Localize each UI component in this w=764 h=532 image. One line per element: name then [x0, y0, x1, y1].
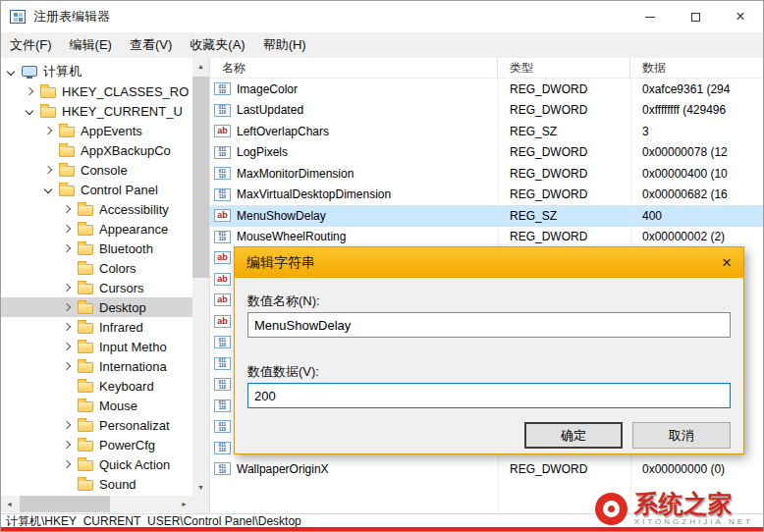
chevron-right-icon[interactable] [63, 343, 71, 350]
dialog-close-icon[interactable]: × [722, 254, 732, 271]
chevron-placeholder [45, 147, 51, 153]
watermark-subtitle: XITONGZHIJIA.NET [634, 518, 753, 526]
tree-item-quick-action[interactable]: Quick Action [1, 454, 192, 474]
chevron-right-icon[interactable] [63, 205, 71, 213]
minimize-button[interactable] [628, 1, 673, 32]
column-header-data[interactable]: 数据 [630, 58, 763, 78]
tree-item-label: Mouse [99, 399, 137, 413]
folder-icon [78, 225, 93, 236]
tree-item-powercfg[interactable]: PowerCfg [1, 435, 192, 454]
tree-item-infrared[interactable]: Infrared [1, 317, 192, 337]
tree-item-hkey-current-u[interactable]: HKEY_CURRENT_U [1, 101, 192, 121]
chevron-right-icon[interactable] [63, 225, 71, 233]
scroll-right-icon[interactable]: ► [176, 501, 192, 507]
registry-app-icon [10, 10, 26, 24]
chevron-right-icon[interactable] [63, 244, 71, 252]
tree-item-appearance[interactable]: Appearance [1, 219, 192, 239]
tree-item-internationa[interactable]: Internationa [1, 356, 192, 376]
scroll-left-icon[interactable]: ◄ [1, 501, 18, 507]
vertical-scroll-track[interactable] [192, 75, 209, 479]
chevron-right-icon[interactable] [44, 127, 52, 134]
chevron-right-icon[interactable] [63, 303, 71, 311]
chevron-down-icon[interactable] [26, 107, 33, 115]
vertical-scroll-thumb[interactable] [192, 77, 209, 278]
tree-item-cursors[interactable]: Cursors [1, 278, 192, 297]
value-data-input[interactable] [247, 383, 731, 408]
tree-item-colors[interactable]: Colors [1, 258, 192, 278]
tree-item-bluetooth[interactable]: Bluetooth [1, 239, 192, 258]
value-name: MaxMonitorDimension [237, 167, 354, 181]
chevron-right-icon[interactable] [63, 421, 71, 429]
tree-item-input-metho[interactable]: Input Metho [1, 337, 192, 356]
value-row-menushowdelay[interactable]: MenuShowDelayREG_SZ400 [210, 205, 763, 227]
folder-icon [59, 127, 75, 137]
chevron-right-icon[interactable] [63, 323, 71, 331]
tree-item-item[interactable]: 计算机 [1, 62, 192, 81]
value-name-label: 数值名称(N): [247, 293, 320, 310]
reg-dword-icon [214, 336, 231, 348]
value-row-logpixels[interactable]: LogPixelsREG_DWORD0x00000078 (12 [210, 142, 763, 164]
folder-icon [40, 87, 56, 98]
maximize-icon [691, 13, 700, 22]
cancel-button[interactable]: 取消 [632, 422, 731, 449]
value-row-maxvirtualdesktopdimension[interactable]: MaxVirtualDesktopDimensionREG_DWORD0x000… [210, 185, 763, 206]
horizontal-scroll-track[interactable] [18, 496, 176, 512]
column-header-type[interactable]: 类型 [498, 58, 630, 78]
value-name: MenuShowDelay [237, 209, 326, 223]
tree-item-sound[interactable]: Sound [1, 474, 192, 494]
value-row-wallpaperoriginx[interactable]: WallpaperOriginXREG_DWORD0x00000000 (0) [210, 458, 763, 480]
chevron-placeholder [64, 481, 70, 487]
value-name-cell: WallpaperOriginX [210, 462, 498, 476]
value-name-input[interactable] [247, 312, 731, 338]
chevron-down-icon[interactable] [44, 186, 52, 193]
reg-dword-icon [214, 420, 231, 433]
tree-item-accessibility[interactable]: Accessibility [1, 199, 192, 219]
tree-item-appevents[interactable]: AppEvents [1, 121, 192, 140]
maximize-button[interactable] [673, 1, 718, 32]
scroll-down-icon[interactable]: ▼ [192, 479, 209, 496]
menu-item-edit[interactable]: 编辑(E) [61, 32, 121, 58]
menu-item-favorites[interactable]: 收藏夹(A) [181, 32, 253, 58]
reg-sz-icon [214, 209, 231, 222]
chevron-right-icon[interactable] [63, 284, 71, 292]
horizontal-scroll-thumb[interactable] [20, 496, 110, 512]
ok-button[interactable]: 确定 [524, 422, 623, 449]
column-header-name[interactable]: 名称 [210, 58, 498, 78]
value-row-lastupdated[interactable]: LastUpdatedREG_DWORD0xffffffff (429496 [210, 100, 763, 122]
chevron-right-icon[interactable] [63, 441, 71, 449]
tree-horizontal-scrollbar[interactable]: ◄ ► [1, 496, 192, 512]
tree-item-personalizat[interactable]: Personalizat [1, 415, 192, 435]
chevron-right-icon[interactable] [63, 362, 71, 370]
value-row-maxmonitordimension[interactable]: MaxMonitorDimensionREG_DWORD0x00000400 (… [210, 163, 763, 185]
chevron-down-icon[interactable] [7, 68, 15, 76]
value-name: MaxVirtualDesktopDimension [237, 187, 391, 201]
scroll-up-icon[interactable]: ▲ [192, 58, 209, 75]
menu-item-help[interactable]: 帮助(H) [254, 32, 315, 58]
value-row-mousewheelrouting[interactable]: MouseWheelRoutingREG_DWORD0x00000002 (2) [210, 227, 763, 248]
tree-item-control-panel[interactable]: Control Panel [1, 180, 192, 199]
tree-vertical-scrollbar[interactable]: ▲ ▼ [192, 58, 209, 496]
chevron-right-icon[interactable] [44, 166, 52, 174]
tree-item-mouse[interactable]: Mouse [1, 396, 192, 415]
menu-item-view[interactable]: 查看(V) [121, 32, 181, 58]
tree-item-desktop[interactable]: Desktop [1, 297, 192, 317]
dialog-title-bar[interactable]: 编辑字符串 × [235, 247, 743, 278]
reg-dword-icon [214, 104, 231, 117]
menu-item-file[interactable]: 文件(F) [1, 32, 61, 58]
tree-item-keyboard[interactable]: Keyboard [1, 376, 192, 396]
tree-item-hkey-classes-ro[interactable]: HKEY_CLASSES_RO [1, 81, 192, 101]
tree-item-console[interactable]: Console [1, 160, 192, 180]
menu-bar: 文件(F) 编辑(E) 查看(V) 收藏夹(A) 帮助(H) [1, 32, 763, 58]
tree-item-label: HKEY_CURRENT_U [62, 104, 183, 119]
close-button[interactable]: × [718, 1, 763, 32]
reg-sz-icon [214, 293, 231, 306]
reg-sz-icon [214, 273, 231, 286]
chevron-right-icon[interactable] [26, 87, 33, 95]
chevron-right-icon[interactable] [63, 460, 71, 468]
folder-icon [78, 480, 93, 491]
value-row-imagecolor[interactable]: ImageColorREG_DWORD0xafce9361 (294 [210, 79, 763, 100]
value-row-leftoverlapchars[interactable]: LeftOverlapCharsREG_SZ3 [210, 121, 763, 142]
value-name-cell: MenuShowDelay [210, 209, 498, 223]
tree-item-appxbackupco[interactable]: AppXBackupCo [1, 140, 192, 160]
value-name-cell: LeftOverlapChars [210, 125, 498, 138]
